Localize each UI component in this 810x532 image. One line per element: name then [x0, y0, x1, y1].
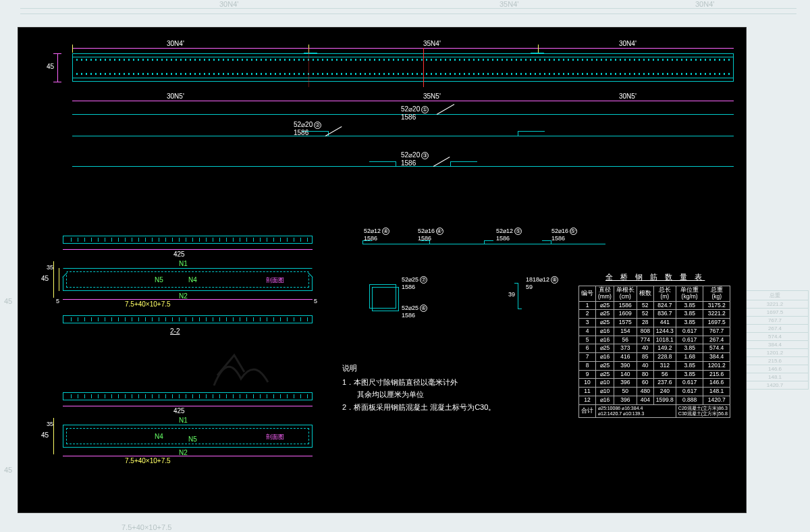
table-title: 全 桥 钢 筋 数 量 表 — [605, 272, 705, 282]
span-label-a3: 30N4' — [619, 40, 637, 47]
cad-drawing-canvas: 30N4' 35N4' 30N4' 45 30N5' 35N5' 30N5' 5… — [18, 27, 747, 513]
bottom-dim-1: 7.5+40×10+7.5 — [125, 300, 171, 308]
notes: 说明 1．本图尺寸除钢筋直径以毫米计外 其余均以厘米为单位 2．桥面板采用钢筋混… — [342, 362, 495, 414]
section-body-1: N5 N4 剖面图 — [63, 268, 313, 291]
dim-45-left: 45 — [47, 63, 54, 70]
span-label-b2: 35N5' — [423, 92, 441, 100]
bar-2 — [72, 136, 734, 136]
centerline-red — [423, 48, 424, 87]
rebar-table: 编号直径(mm)单根长(cm)根数总长(m)单位重(kg/m)总重(kg) 1⌀… — [578, 286, 730, 418]
bars-45-row — [362, 244, 605, 244]
span-label-a2: 35N4' — [423, 40, 441, 47]
span-label-a1: 30N4' — [167, 40, 184, 47]
dim-line-top — [72, 48, 734, 49]
label-N1: N1 — [179, 260, 188, 267]
span-label-b3: 30N5' — [619, 92, 637, 100]
centerline-red-2 — [308, 48, 309, 87]
main-elevation — [72, 53, 734, 82]
section-title: 2-2 — [170, 327, 180, 335]
section-2-2-top-row-b — [63, 392, 313, 400]
section-2-2-top-row — [63, 236, 313, 244]
span-label-b1: 30N5' — [167, 92, 184, 100]
section-body-2: N4 N5 剖面图 — [63, 425, 313, 448]
